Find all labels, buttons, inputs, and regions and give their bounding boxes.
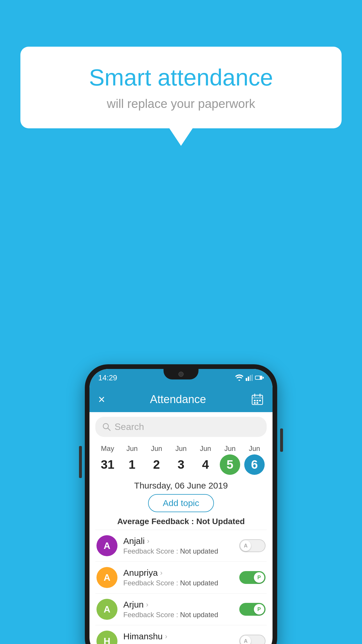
status-bar: 14:29 xyxy=(89,369,273,386)
student-info: Himanshu ›Feedback Score : Not updated xyxy=(123,631,233,644)
signal-icon xyxy=(246,374,253,381)
attendance-toggle[interactable]: P xyxy=(239,571,266,584)
front-camera xyxy=(178,372,184,377)
student-name[interactable]: Arjun › xyxy=(123,600,233,610)
student-avatar: A xyxy=(96,599,117,620)
student-row: HHimanshu ›Feedback Score : Not updatedA xyxy=(89,625,273,644)
svg-rect-3 xyxy=(252,374,253,381)
svg-rect-11 xyxy=(254,400,256,401)
wifi-icon xyxy=(235,374,243,381)
student-feedback: Feedback Score : Not updated xyxy=(123,643,233,644)
calendar-icon[interactable] xyxy=(251,393,264,406)
speech-bubble-subtitle: will replace your paperwork xyxy=(44,97,318,111)
phone-frame: 14:29 xyxy=(85,364,277,644)
volume-button xyxy=(280,428,283,452)
student-info: Arjun ›Feedback Score : Not updated xyxy=(123,600,233,619)
student-name[interactable]: Anjali › xyxy=(123,536,233,546)
student-name[interactable]: Anupriya › xyxy=(123,568,233,578)
speech-bubble-arrow xyxy=(169,128,193,146)
toggle-switch[interactable]: P xyxy=(239,571,266,584)
feedback-value: Not updated xyxy=(180,547,218,555)
search-placeholder: Search xyxy=(115,421,144,432)
speech-bubble: Smart attendance will replace your paper… xyxy=(20,47,342,128)
search-icon xyxy=(102,423,111,431)
cal-month-label: Jun xyxy=(249,444,260,453)
student-chevron-icon: › xyxy=(146,601,148,609)
calendar-day[interactable]: Jun1 xyxy=(121,444,143,475)
calendar-row: May31Jun1Jun2Jun3Jun4Jun5Jun6 xyxy=(89,442,273,476)
student-info: Anupriya ›Feedback Score : Not updated xyxy=(123,568,233,587)
toggle-thumb: A xyxy=(240,636,251,644)
feedback-value: Not updated xyxy=(180,643,218,644)
phone-notch xyxy=(164,369,198,379)
calendar-day[interactable]: Jun5 xyxy=(219,444,241,475)
student-avatar: H xyxy=(96,631,117,644)
selected-date-label: Thursday, 06 June 2019 xyxy=(89,481,273,491)
cal-date-number: 5 xyxy=(220,454,240,475)
calendar-day[interactable]: Jun4 xyxy=(195,444,216,475)
svg-rect-5 xyxy=(256,376,260,379)
student-name[interactable]: Himanshu › xyxy=(123,631,233,641)
svg-rect-1 xyxy=(248,377,249,381)
student-feedback: Feedback Score : Not updated xyxy=(123,547,233,555)
student-row: AAnupriya ›Feedback Score : Not updatedP xyxy=(89,562,273,593)
cal-date-number: 1 xyxy=(122,454,142,475)
toggle-thumb: A xyxy=(240,540,251,551)
add-topic-button[interactable]: Add topic xyxy=(148,494,214,512)
power-button xyxy=(79,446,82,478)
svg-rect-14 xyxy=(254,402,256,404)
speech-bubble-container: Smart attendance will replace your paper… xyxy=(20,47,342,146)
svg-rect-0 xyxy=(246,378,247,381)
cal-date-number: 4 xyxy=(195,454,216,475)
phone-screen: 14:29 xyxy=(89,369,273,644)
svg-rect-12 xyxy=(256,400,258,401)
svg-rect-2 xyxy=(250,375,251,381)
student-chevron-icon: › xyxy=(147,537,149,545)
cal-date-number: 31 xyxy=(97,454,118,475)
search-bar[interactable]: Search xyxy=(95,417,267,437)
student-row: AAnjali ›Feedback Score : Not updatedA xyxy=(89,530,273,561)
svg-line-17 xyxy=(108,428,110,430)
avg-feedback-value: Not Updated xyxy=(196,517,245,526)
toggle-thumb: P xyxy=(254,604,264,615)
close-button[interactable]: × xyxy=(98,393,105,406)
calendar-day[interactable]: Jun6 xyxy=(244,444,265,475)
student-chevron-icon: › xyxy=(160,569,162,577)
attendance-toggle[interactable]: A xyxy=(239,539,266,552)
svg-rect-13 xyxy=(259,400,261,401)
toggle-switch[interactable]: A xyxy=(239,539,266,552)
student-feedback: Feedback Score : Not updated xyxy=(123,611,233,619)
student-row: AArjun ›Feedback Score : Not updatedP xyxy=(89,594,273,625)
toggle-thumb: P xyxy=(254,572,264,583)
feedback-value: Not updated xyxy=(180,611,218,619)
toggle-switch[interactable]: A xyxy=(239,635,266,644)
calendar-day[interactable]: May31 xyxy=(97,444,118,475)
attendance-toggle[interactable]: A xyxy=(239,635,266,644)
cal-month-label: Jun xyxy=(200,444,211,453)
cal-month-label: Jun xyxy=(151,444,162,453)
cal-month-label: Jun xyxy=(224,444,236,453)
svg-rect-8 xyxy=(252,397,263,399)
student-chevron-icon: › xyxy=(165,632,167,640)
toggle-switch[interactable]: P xyxy=(239,603,266,616)
cal-date-number: 2 xyxy=(146,454,167,475)
cal-date-number: 6 xyxy=(244,454,265,475)
feedback-value: Not updated xyxy=(180,579,218,587)
students-list: AAnjali ›Feedback Score : Not updatedAAA… xyxy=(89,530,273,644)
header-title: Attendance xyxy=(150,393,206,406)
student-info: Anjali ›Feedback Score : Not updated xyxy=(123,536,233,555)
attendance-toggle[interactable]: P xyxy=(239,603,266,616)
student-feedback: Feedback Score : Not updated xyxy=(123,579,233,587)
cal-month-label: May xyxy=(101,444,114,453)
calendar-day[interactable]: Jun2 xyxy=(146,444,167,475)
cal-date-number: 3 xyxy=(171,454,191,475)
svg-rect-6 xyxy=(263,377,264,379)
app-header: × Attendance xyxy=(89,386,273,412)
cal-month-label: Jun xyxy=(126,444,138,453)
svg-rect-15 xyxy=(256,402,258,404)
calendar-day[interactable]: Jun3 xyxy=(170,444,192,475)
cal-month-label: Jun xyxy=(175,444,187,453)
avg-feedback: Average Feedback : Not Updated xyxy=(89,517,273,526)
status-time: 14:29 xyxy=(98,373,117,382)
speech-bubble-title: Smart attendance xyxy=(44,64,318,91)
